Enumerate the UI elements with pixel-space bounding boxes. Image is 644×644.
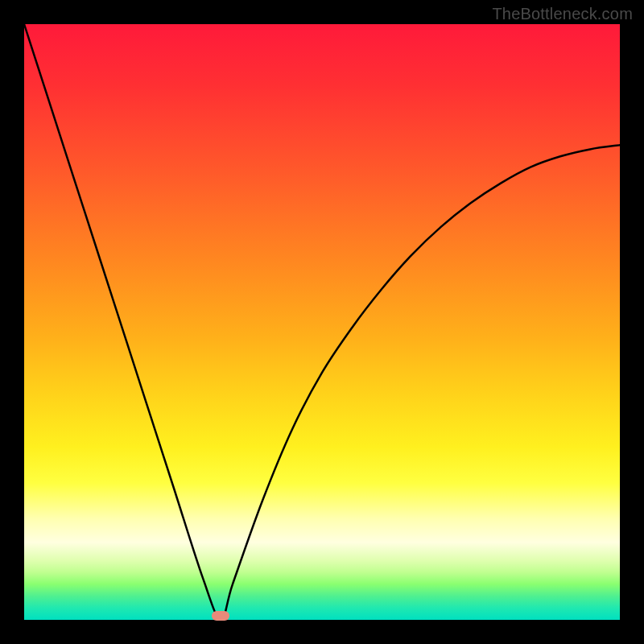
- curve-path: [24, 24, 620, 620]
- plot-area: [24, 24, 620, 620]
- minimum-marker: [212, 611, 229, 621]
- chart-frame: TheBottleneck.com: [0, 0, 644, 644]
- watermark-text: TheBottleneck.com: [492, 5, 633, 23]
- bottleneck-curve: [24, 24, 620, 620]
